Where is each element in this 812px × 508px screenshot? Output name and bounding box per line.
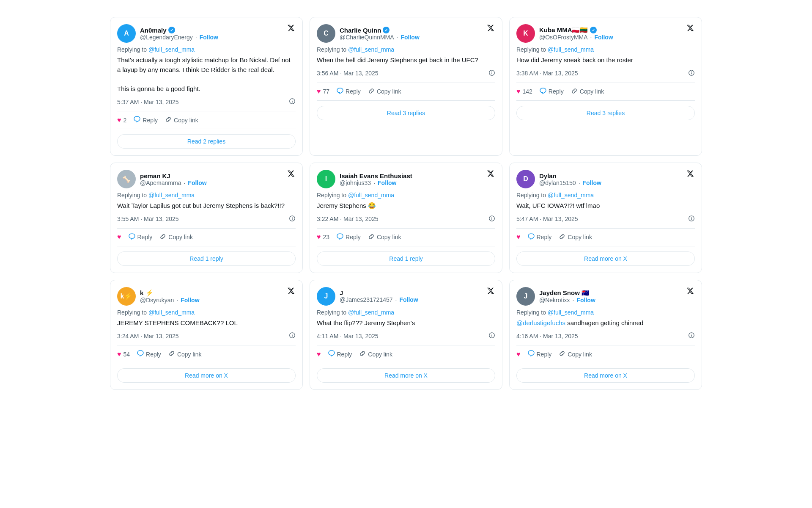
follow-link[interactable]: Follow (401, 34, 419, 41)
x-icon[interactable] (686, 170, 695, 178)
read-replies-btn[interactable]: Read more on X (516, 251, 695, 266)
tweet-text: @derlustigefuchs sandhagen getting chinn… (516, 318, 695, 328)
x-icon[interactable] (686, 24, 695, 33)
replying-to-user[interactable]: @full_send_mma (148, 46, 195, 53)
reply-action[interactable]: Reply (328, 350, 352, 359)
follow-link[interactable]: Follow (188, 179, 206, 186)
info-icon[interactable] (488, 215, 495, 223)
like-count: 142 (523, 88, 532, 95)
mention[interactable]: @derlustigefuchs (516, 319, 565, 326)
copy-link-action[interactable]: Copy link (165, 116, 198, 124)
replying-to-user[interactable]: @full_send_mma (348, 46, 394, 53)
reply-action[interactable]: Reply (527, 350, 552, 359)
name-text: k ⚡ (140, 289, 154, 297)
name-text: Isaiah Evans Enthusiast (340, 172, 412, 179)
copy-link-label: Copy link (174, 117, 198, 124)
reply-action[interactable]: Reply (137, 350, 161, 359)
tweet-time: 5:37 AM · Mar 13, 2025 (117, 98, 296, 106)
copy-link-action[interactable]: Copy link (368, 87, 401, 96)
replying-to: Replying to @full_send_mma (117, 309, 296, 316)
reply-action[interactable]: Reply (336, 233, 361, 242)
reply-action[interactable]: Reply (133, 116, 158, 124)
heart-icon: ♥ (317, 351, 321, 358)
read-replies-btn[interactable]: Read 1 reply (317, 251, 495, 266)
copy-link-label: Copy link (568, 234, 592, 240)
read-replies-btn[interactable]: Read 2 replies (117, 134, 296, 149)
user-info: peman KJ @Apemanmma · Follow (140, 172, 207, 186)
info-icon[interactable] (688, 69, 695, 77)
reply-action[interactable]: Reply (527, 233, 552, 242)
x-icon[interactable] (287, 287, 296, 295)
like-action[interactable]: ♥ 2 (117, 116, 126, 124)
like-action[interactable]: ♥ 54 (117, 351, 130, 358)
copy-link-action[interactable]: Copy link (168, 350, 202, 359)
copy-link-action[interactable]: Copy link (558, 233, 592, 242)
copy-link-action[interactable]: Copy link (159, 233, 193, 242)
reply-action[interactable]: Reply (128, 233, 153, 242)
follow-link[interactable]: Follow (594, 34, 613, 41)
time-text: 3:24 AM · Mar 13, 2025 (117, 333, 179, 340)
follow-link[interactable]: Follow (576, 297, 595, 304)
follow-link[interactable]: Follow (583, 179, 601, 186)
follow-link[interactable]: Follow (378, 179, 396, 186)
tweet-actions: ♥ Reply Copy link (516, 228, 695, 246)
tweet-text: Jeremy Stephens 😂 (317, 201, 495, 211)
copy-link-action[interactable]: Copy link (571, 87, 604, 96)
name-text: Charlie Quinn (340, 27, 381, 34)
replying-to-user[interactable]: @full_send_mma (548, 46, 594, 53)
x-icon[interactable] (287, 170, 296, 178)
like-count: 54 (123, 351, 130, 358)
info-icon[interactable] (688, 215, 695, 223)
like-action[interactable]: ♥ (317, 351, 321, 358)
read-replies-btn[interactable]: Read more on X (117, 368, 296, 383)
display-name: An0maly (140, 27, 218, 34)
tweet-header-left: k⚡ k ⚡ @Dsyrukyan · Follow (117, 287, 200, 306)
read-replies-btn[interactable]: Read 1 reply (117, 251, 296, 266)
read-replies-btn[interactable]: Read 3 replies (317, 106, 495, 120)
follow-link[interactable]: Follow (200, 34, 218, 41)
x-icon[interactable] (686, 287, 695, 295)
read-replies-btn[interactable]: Read 3 replies (516, 106, 695, 120)
replying-to-user[interactable]: @full_send_mma (548, 309, 594, 316)
replying-to-user[interactable]: @full_send_mma (148, 309, 195, 316)
copy-link-action[interactable]: Copy link (558, 350, 592, 359)
copy-link-action[interactable]: Copy link (359, 350, 392, 359)
username-follow: @johnjus33 · Follow (340, 179, 412, 186)
like-action[interactable]: ♥ (516, 233, 521, 241)
follow-link[interactable]: Follow (181, 297, 199, 304)
info-icon[interactable] (488, 332, 495, 340)
info-icon[interactable] (289, 98, 296, 106)
follow-link[interactable]: Follow (399, 296, 418, 303)
tweet-header: I Isaiah Evans Enthusiast @johnjus33 · F… (317, 170, 495, 188)
info-icon[interactable] (289, 215, 296, 223)
replying-to-user[interactable]: @full_send_mma (348, 309, 394, 316)
x-icon[interactable] (487, 170, 495, 178)
x-icon[interactable] (487, 24, 495, 33)
tweet-text: JEREMY STEPHENS COMEBACK?? LOL (117, 318, 296, 328)
info-icon[interactable] (488, 69, 495, 77)
name-text: J (340, 289, 343, 296)
dot: · (579, 179, 580, 186)
info-icon[interactable] (688, 332, 695, 340)
username-follow: @OsOFrostyMMA · Follow (539, 34, 613, 41)
tweet-header: A An0maly @LegendaryEnergy · Follow (117, 24, 296, 43)
replying-to-user[interactable]: @full_send_mma (348, 192, 394, 199)
like-action[interactable]: ♥ 23 (317, 233, 329, 241)
replying-to-user[interactable]: @full_send_mma (548, 192, 594, 199)
read-replies-btn[interactable]: Read more on X (516, 368, 695, 383)
like-action[interactable]: ♥ (117, 233, 121, 241)
replying-to-user[interactable]: @full_send_mma (148, 192, 195, 199)
x-icon[interactable] (287, 24, 296, 33)
x-icon[interactable] (487, 287, 495, 295)
like-action[interactable]: ♥ 142 (516, 88, 532, 95)
like-action[interactable]: ♥ (516, 351, 521, 358)
read-replies-btn[interactable]: Read more on X (317, 368, 495, 383)
tweet-header: C Charlie Quinn @CharlieQuinnMMA · Follo… (317, 24, 495, 43)
name-text: An0maly (140, 27, 167, 34)
reply-action[interactable]: Reply (539, 87, 564, 96)
copy-link-action[interactable]: Copy link (368, 233, 401, 242)
reply-action[interactable]: Reply (336, 87, 361, 96)
info-icon[interactable] (289, 332, 296, 340)
tweet-text: What the flip??? Jeremy Stephen's (317, 318, 495, 328)
like-action[interactable]: ♥ 77 (317, 88, 329, 95)
